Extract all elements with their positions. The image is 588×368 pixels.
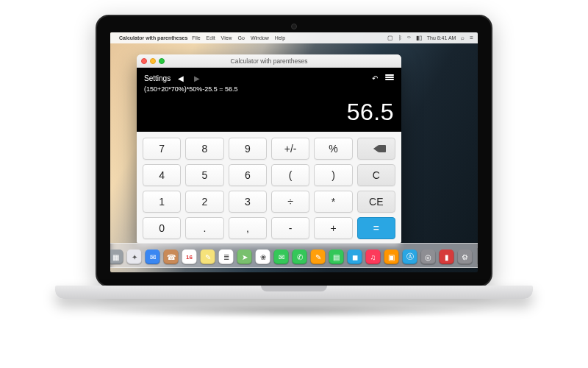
camera-dot	[291, 24, 297, 29]
dock-preview[interactable]: ◎	[421, 250, 436, 264]
screen-bezel: Calculator with parentheses File Edit Vi…	[96, 15, 492, 287]
dock-separator	[478, 248, 478, 264]
airplay-icon[interactable]: ▢	[387, 35, 393, 41]
key-9[interactable]: 9	[229, 138, 267, 160]
bluetooth-icon[interactable]: ᛒ	[398, 35, 402, 41]
key-multiply[interactable]: *	[314, 191, 352, 213]
key-5[interactable]: 5	[185, 164, 223, 186]
settings-button[interactable]: Settings	[144, 74, 171, 82]
window-title: Calculator with parentheses	[231, 57, 308, 65]
dock-launchpad[interactable]: ▦	[110, 250, 123, 264]
key-backspace[interactable]	[357, 138, 395, 160]
menu-go[interactable]: Go	[238, 35, 245, 40]
history-nav: ◀ ▶	[178, 74, 200, 82]
laptop-frame: Calculator with parentheses File Edit Vi…	[96, 15, 492, 324]
window-traffic-lights	[141, 58, 165, 64]
dock-notes[interactable]: ✎	[201, 250, 215, 264]
key-dot[interactable]: .	[185, 217, 223, 239]
menubar-status: ▢ ᛒ ⌔ ▮▯ Thu 8:41 AM ⌕ ≡	[384, 35, 473, 41]
menu-icon[interactable]	[385, 74, 394, 83]
history-prev-icon[interactable]: ◀	[178, 74, 184, 82]
key-lparen[interactable]: (	[271, 164, 309, 186]
desktop: Calculator with parentheses File Edit Vi…	[110, 32, 478, 272]
menu-view[interactable]: View	[221, 35, 232, 40]
menubar-menus: File Edit View Go Window Help	[192, 35, 290, 40]
backspace-icon	[373, 145, 379, 152]
key-8[interactable]: 8	[185, 138, 223, 160]
wifi-icon[interactable]: ⌔	[407, 35, 411, 41]
dock-systemprefs[interactable]: ⚙	[458, 250, 473, 264]
dock-maps[interactable]: ➤	[237, 250, 252, 264]
dock-contacts[interactable]: ☎	[164, 250, 179, 264]
window-minimize-button[interactable]	[150, 58, 156, 64]
laptop-notch	[261, 286, 327, 291]
key-clear[interactable]: C	[357, 164, 395, 186]
key-plus[interactable]: +	[314, 217, 352, 239]
battery-icon[interactable]: ▮▯	[416, 35, 422, 41]
menu-window[interactable]: Window	[251, 35, 269, 40]
dock-keynote[interactable]: ◼	[348, 250, 362, 264]
key-1[interactable]: 1	[143, 191, 181, 213]
history-next-icon[interactable]: ▶	[194, 74, 200, 82]
key-rparen[interactable]: )	[314, 164, 352, 186]
laptop-shadow	[88, 303, 500, 318]
window-titlebar[interactable]: Calculator with parentheses	[137, 54, 401, 68]
calculator-window: Calculator with parentheses Settings ◀ ▶…	[137, 54, 401, 245]
dock: ☺▦✦✉☎16✎≣➤❀✉✆✎▤◼♫▣Ⓐ◎▮⚙🗑	[110, 243, 478, 268]
menubar-clock[interactable]: Thu 8:41 AM	[427, 35, 456, 40]
menubar-app-name[interactable]: Calculator with parentheses	[119, 35, 187, 40]
key-6[interactable]: 6	[229, 164, 267, 186]
calculator-display: Settings ◀ ▶ ↶ (150+20*70%)*50%-25.5 = 5…	[137, 68, 401, 132]
dock-messages[interactable]: ✉	[274, 250, 289, 264]
dock-photos[interactable]: ❀	[256, 250, 270, 264]
dock-ibooks[interactable]: ▣	[384, 250, 399, 264]
result-readout: 56.5	[144, 99, 394, 126]
dock-dictionary[interactable]: ▮	[440, 250, 454, 264]
menu-file[interactable]: File	[192, 35, 200, 40]
key-equals[interactable]: =	[357, 217, 395, 239]
dock-appstore[interactable]: Ⓐ	[403, 250, 417, 264]
undo-icon[interactable]: ↶	[372, 74, 378, 82]
key-7[interactable]: 7	[143, 138, 181, 160]
key-comma[interactable]: ,	[229, 217, 267, 239]
macos-menubar: Calculator with parentheses File Edit Vi…	[110, 32, 478, 43]
key-3[interactable]: 3	[229, 191, 267, 213]
key-clear-entry[interactable]: CE	[357, 191, 395, 213]
notification-center-icon[interactable]: ≡	[470, 35, 473, 41]
key-percent[interactable]: %	[314, 138, 352, 160]
menu-help[interactable]: Help	[275, 35, 285, 40]
dock-reminders[interactable]: ≣	[219, 250, 234, 264]
laptop-base	[55, 286, 533, 299]
expression-readout: (150+20*70%)*50%-25.5 = 56.5	[144, 85, 394, 93]
window-close-button[interactable]	[141, 58, 147, 64]
key-sign[interactable]: +/-	[271, 138, 309, 160]
key-4[interactable]: 4	[143, 164, 181, 186]
calculator-keypad: 7 8 9 +/- % 4 5 6 ( ) C 1 2 3	[137, 132, 401, 245]
spotlight-icon[interactable]: ⌕	[461, 35, 465, 41]
key-minus[interactable]: -	[271, 217, 309, 239]
key-2[interactable]: 2	[185, 191, 223, 213]
dock-pages[interactable]: ✎	[311, 250, 326, 264]
dock-calendar[interactable]: 16	[182, 250, 197, 264]
dock-safari[interactable]: ✦	[127, 250, 142, 264]
dock-numbers[interactable]: ▤	[329, 250, 344, 264]
menu-edit[interactable]: Edit	[207, 35, 215, 40]
dock-facetime[interactable]: ✆	[293, 250, 307, 264]
key-0[interactable]: 0	[143, 217, 181, 239]
dock-itunes[interactable]: ♫	[366, 250, 381, 264]
key-divide[interactable]: ÷	[271, 191, 309, 213]
dock-mail[interactable]: ✉	[146, 250, 160, 264]
window-zoom-button[interactable]	[159, 58, 165, 64]
